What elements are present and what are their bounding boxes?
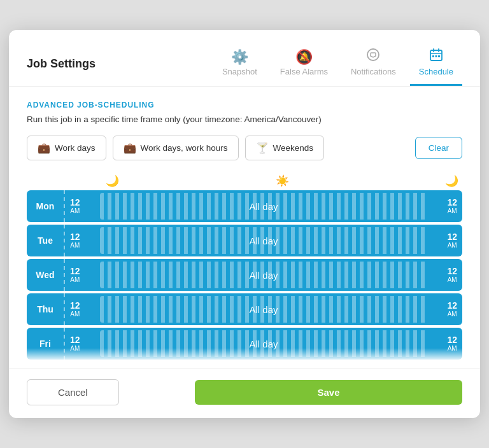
moon-right-icon: 🌙 <box>445 174 458 188</box>
time-end-tue: 12 AM <box>447 232 457 249</box>
svg-rect-3 <box>435 55 437 57</box>
cancel-button[interactable]: Cancel <box>27 379 119 405</box>
tab-schedule-label: Schedule <box>419 67 453 76</box>
tab-false-alarms[interactable]: 🔕 False Alarms <box>271 44 337 86</box>
tab-notifications-label: Notifications <box>351 67 396 76</box>
modal-footer: Cancel Save <box>9 368 480 418</box>
modal-title: Job Settings <box>27 57 96 71</box>
time-end-thu: 12 AM <box>447 301 457 318</box>
preset-buttons-group: 💼 Work days 💼 Work days, work hours 🍸 We… <box>27 136 462 160</box>
time-start-thu: 12 AM <box>70 301 80 318</box>
all-day-wed: All day <box>249 270 278 281</box>
time-start-wed: 12 AM <box>70 267 80 283</box>
cocktail-icon: 🍸 <box>256 142 269 154</box>
day-wed: Wed <box>27 259 64 291</box>
all-day-thu: All day <box>249 304 278 315</box>
day-fri: Fri <box>27 328 64 360</box>
briefcase-hours-icon: 💼 <box>124 142 136 154</box>
svg-rect-4 <box>438 55 440 57</box>
tab-snapshot-label: Snapshot <box>222 67 257 76</box>
time-bar-wed[interactable]: 12 AM All day 12 AM <box>64 259 462 291</box>
table-row[interactable]: Thu 12 AM All day 12 AM <box>27 293 462 325</box>
schedule-grid: Mon 12 AM All day 12 AM Tue <box>27 190 462 360</box>
tab-false-alarms-label: False Alarms <box>280 67 328 76</box>
work-days-hours-label: Work days, work hours <box>141 143 228 153</box>
tab-snapshot[interactable]: ⚙️ Snapshot <box>213 44 266 86</box>
work-days-button[interactable]: 💼 Work days <box>27 136 106 160</box>
svg-rect-2 <box>432 55 434 57</box>
snapshot-icon: ⚙️ <box>231 50 248 64</box>
save-button[interactable]: Save <box>195 380 462 405</box>
all-day-tue: All day <box>249 235 278 246</box>
tab-notifications[interactable]: Notifications <box>342 41 405 86</box>
time-bar-fri[interactable]: 12 AM All day 12 AM <box>64 328 462 360</box>
time-end-fri: 12 AM <box>447 335 457 352</box>
day-mon: Mon <box>27 190 64 222</box>
table-row[interactable]: Fri 12 AM All day 12 AM <box>27 328 462 360</box>
section-description: Run this job in a specific time frame on… <box>27 115 462 124</box>
time-bar-mon[interactable]: 12 AM All day 12 AM <box>64 190 462 222</box>
time-start-fri: 12 AM <box>70 335 80 352</box>
section-title: ADVANCED JOB-SCHEDULING <box>27 101 462 109</box>
time-start-tue: 12 AM <box>70 232 80 249</box>
time-bar-tue[interactable]: 12 AM All day 12 AM <box>64 225 462 256</box>
table-row[interactable]: Wed 12 AM All day 12 AM <box>27 259 462 291</box>
work-days-label: Work days <box>55 143 96 153</box>
notifications-icon <box>366 48 380 64</box>
all-day-mon: All day <box>249 201 278 212</box>
schedule-time-header: 🌙 ☀️ 🌙 <box>27 174 462 190</box>
work-days-hours-button[interactable]: 💼 Work days, work hours <box>113 136 239 160</box>
moon-left-icon: 🌙 <box>106 174 119 188</box>
briefcase-icon: 💼 <box>38 142 50 154</box>
table-row[interactable]: Tue 12 AM All day 12 AM <box>27 225 462 256</box>
false-alarms-icon: 🔕 <box>295 50 313 64</box>
tab-schedule[interactable]: Schedule <box>410 41 462 86</box>
schedule-icon <box>429 48 443 64</box>
svg-point-0 <box>367 49 379 60</box>
modal-header: Job Settings ⚙️ Snapshot 🔕 False Alarms … <box>9 30 480 87</box>
time-end-mon: 12 AM <box>447 198 457 214</box>
day-tue: Tue <box>27 225 64 256</box>
all-day-fri: All day <box>249 339 278 349</box>
day-thu: Thu <box>27 293 64 325</box>
table-row[interactable]: Mon 12 AM All day 12 AM <box>27 190 462 222</box>
time-end-wed: 12 AM <box>447 267 457 283</box>
sun-icon: ☀️ <box>276 174 289 188</box>
tabs-container: ⚙️ Snapshot 🔕 False Alarms Notifications <box>213 41 462 86</box>
job-settings-modal: Job Settings ⚙️ Snapshot 🔕 False Alarms … <box>9 30 480 418</box>
time-bar-thu[interactable]: 12 AM All day 12 AM <box>64 293 462 325</box>
clear-button[interactable]: Clear <box>415 137 462 159</box>
weekends-button[interactable]: 🍸 Weekends <box>245 136 325 160</box>
time-start-mon: 12 AM <box>70 198 80 214</box>
modal-body: ADVANCED JOB-SCHEDULING Run this job in … <box>9 87 480 360</box>
weekends-label: Weekends <box>273 143 314 153</box>
